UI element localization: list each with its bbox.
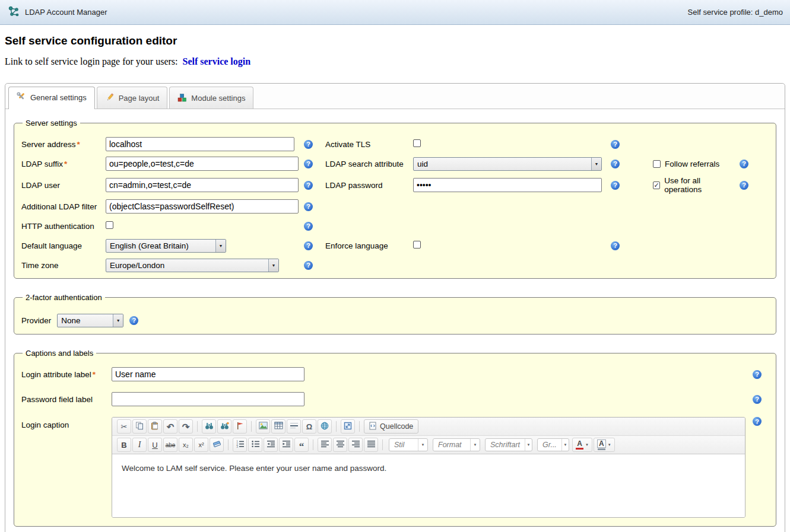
server-settings-legend: Server settings bbox=[23, 119, 80, 128]
captions-legend: Captions and labels bbox=[23, 349, 96, 358]
replace-icon bbox=[220, 422, 229, 432]
align-left-button[interactable] bbox=[318, 438, 332, 452]
ldap-password-help-icon[interactable]: ? bbox=[611, 181, 620, 190]
outdent-icon bbox=[266, 440, 275, 450]
iframe-globe-button[interactable] bbox=[318, 419, 332, 434]
blockquote-button[interactable]: “ bbox=[294, 438, 309, 452]
tab-label: General settings bbox=[30, 93, 87, 102]
size-combo[interactable]: Gr...▼ bbox=[537, 438, 569, 451]
tab-module-settings[interactable]: Module settings bbox=[169, 87, 253, 109]
underline-button[interactable]: U bbox=[148, 438, 162, 452]
http-authentication-checkbox[interactable] bbox=[106, 221, 113, 229]
background-color-button[interactable]: A▼ bbox=[594, 438, 615, 452]
self-service-login-link[interactable]: Self service login bbox=[182, 56, 250, 66]
spellcheck-flag-button[interactable] bbox=[233, 419, 247, 434]
login-attribute-input[interactable] bbox=[112, 367, 304, 381]
numbered-list-button[interactable]: 123 bbox=[233, 438, 247, 452]
redo-button[interactable]: ↷ bbox=[179, 419, 193, 434]
italic-button[interactable]: I bbox=[132, 438, 147, 452]
follow-referrals-checkbox[interactable] bbox=[653, 160, 661, 168]
horizontal-rule-icon bbox=[290, 422, 299, 431]
background-color-icon: A bbox=[597, 439, 606, 448]
insert-image-button[interactable] bbox=[256, 419, 270, 434]
select-arrow-icon: ▼ bbox=[215, 240, 226, 252]
enforce-language-help-icon[interactable]: ? bbox=[611, 241, 620, 250]
login-caption-help-icon[interactable]: ? bbox=[753, 417, 762, 426]
ldap-user-input[interactable] bbox=[106, 178, 299, 192]
use-for-all-operations-checkbox[interactable]: ✓ bbox=[653, 181, 660, 189]
bold-button[interactable]: B bbox=[117, 438, 131, 452]
cut-button[interactable]: ✂ bbox=[117, 419, 131, 434]
paste-button[interactable] bbox=[148, 419, 162, 434]
source-button-label: Quellcode bbox=[380, 422, 413, 431]
default-language-select[interactable]: English (Great Britain) ▼ bbox=[106, 239, 226, 253]
password-field-label-help-icon[interactable]: ? bbox=[753, 395, 762, 404]
select-value: English (Great Britain) bbox=[106, 240, 215, 252]
use-for-all-operations-help-icon[interactable]: ? bbox=[740, 181, 748, 190]
undo-icon: ↶ bbox=[167, 422, 175, 431]
subscript-button[interactable]: x₂ bbox=[179, 438, 193, 452]
provider-help-icon[interactable]: ? bbox=[129, 316, 138, 325]
text-color-button[interactable]: A▼ bbox=[572, 438, 592, 452]
select-value: None bbox=[58, 314, 113, 327]
spellcheck-flag-icon bbox=[236, 422, 244, 432]
align-center-button[interactable] bbox=[333, 438, 347, 452]
format-combo[interactable]: Format▼ bbox=[433, 438, 480, 451]
tools-icon bbox=[17, 92, 26, 103]
ldap-password-input[interactable] bbox=[413, 178, 602, 192]
ldap-search-attribute-help-icon[interactable]: ? bbox=[611, 160, 620, 168]
align-right-button[interactable] bbox=[348, 438, 363, 452]
tab-general-settings[interactable]: General settings bbox=[8, 87, 95, 109]
activate-tls-help-icon[interactable]: ? bbox=[611, 140, 620, 149]
additional-ldap-filter-input[interactable] bbox=[106, 199, 299, 214]
login-attribute-label: Login attribute label bbox=[21, 370, 91, 379]
enforce-language-checkbox[interactable] bbox=[413, 241, 421, 249]
styles-combo[interactable]: Stil▼ bbox=[389, 438, 428, 451]
default-language-help-icon[interactable]: ? bbox=[304, 241, 313, 250]
follow-referrals-help-icon[interactable]: ? bbox=[740, 160, 748, 168]
password-field-label-input[interactable] bbox=[112, 392, 304, 406]
find-icon bbox=[205, 422, 214, 432]
ldap-suffix-input[interactable] bbox=[106, 157, 299, 171]
additional-ldap-filter-help-icon[interactable]: ? bbox=[304, 202, 313, 211]
time-zone-row: Time zone Europe/London ▼ ? bbox=[21, 258, 769, 272]
provider-select[interactable]: None ▼ bbox=[57, 314, 123, 327]
font-combo[interactable]: Schriftart▼ bbox=[485, 438, 532, 451]
page-title: Self service configuration editor bbox=[5, 34, 790, 47]
server-address-help-icon[interactable]: ? bbox=[304, 140, 313, 149]
insert-table-button[interactable] bbox=[271, 419, 285, 434]
find-button[interactable] bbox=[202, 419, 216, 434]
undo-button[interactable]: ↶ bbox=[163, 419, 177, 434]
activate-tls-checkbox[interactable] bbox=[413, 139, 421, 147]
http-authentication-help-icon[interactable]: ? bbox=[304, 222, 313, 231]
superscript-button[interactable]: x² bbox=[194, 438, 208, 452]
required-marker: * bbox=[64, 160, 67, 168]
additional-filter-row: Additional LDAP filter ? bbox=[21, 199, 769, 214]
ldap-search-attribute-select[interactable]: uid ▼ bbox=[413, 157, 602, 171]
indent-button[interactable] bbox=[279, 438, 293, 452]
maximize-button[interactable] bbox=[341, 419, 355, 434]
source-button[interactable]: Quellcode bbox=[364, 419, 418, 434]
toolbar-separator bbox=[251, 421, 252, 432]
login-attribute-help-icon[interactable]: ? bbox=[753, 370, 762, 379]
strikethrough-button[interactable]: abe bbox=[163, 438, 177, 452]
outdent-button[interactable] bbox=[264, 438, 278, 452]
ldap-suffix-help-icon[interactable]: ? bbox=[304, 160, 313, 168]
time-zone-select[interactable]: Europe/London ▼ bbox=[106, 259, 279, 272]
server-address-input[interactable] bbox=[106, 137, 294, 151]
bullet-list-button[interactable] bbox=[248, 438, 262, 452]
password-field-label-row: Password field label ? bbox=[21, 392, 769, 406]
toolbar-separator bbox=[313, 439, 313, 450]
ldap-user-help-icon[interactable]: ? bbox=[304, 181, 313, 190]
editor-content-area[interactable]: Welcome to LAM self service. Please ente… bbox=[112, 454, 745, 517]
copy-button[interactable] bbox=[132, 419, 147, 434]
time-zone-help-icon[interactable]: ? bbox=[304, 261, 313, 270]
special-character-button[interactable]: Ω bbox=[302, 419, 316, 434]
tab-label: Page layout bbox=[119, 94, 160, 103]
horizontal-rule-button[interactable] bbox=[287, 419, 301, 434]
replace-button[interactable] bbox=[217, 419, 231, 434]
tab-page-layout[interactable]: Page layout bbox=[97, 87, 168, 109]
remove-format-button[interactable] bbox=[210, 438, 224, 452]
align-justify-button[interactable] bbox=[364, 438, 378, 452]
select-arrow-icon: ▼ bbox=[113, 314, 123, 327]
